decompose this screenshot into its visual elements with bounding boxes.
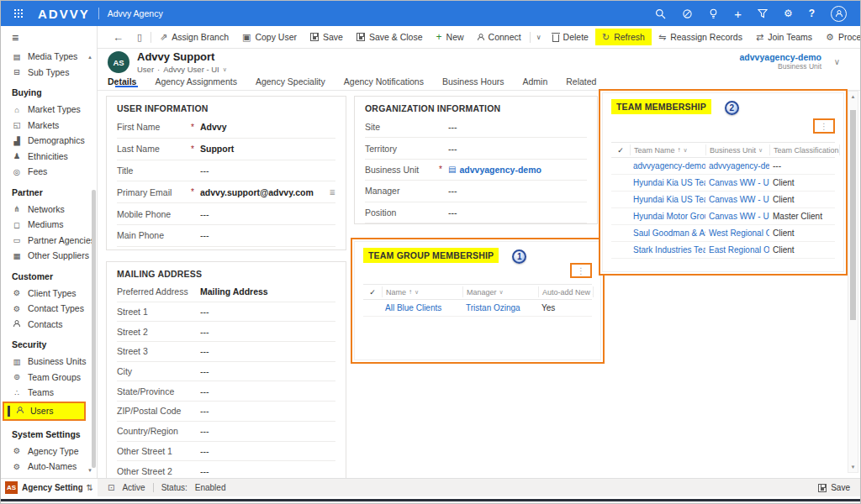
business-unit-link[interactable]: West Regional Office [705,228,769,238]
new-button[interactable]: +New [430,29,471,45]
column-header-team-classification[interactable]: Team Classification∨ [769,144,840,155]
team-link[interactable]: Stark Industries Team [630,245,705,255]
sidebar-item-agency-type[interactable]: ⚙Agency Type [1,444,97,459]
header-collapse-chevron-icon[interactable]: ∨ [834,57,840,66]
join-teams-button[interactable]: ⇄Join Teams [749,29,819,45]
form-selector[interactable]: Advvy User - UI [163,65,219,74]
content-scrollbar[interactable]: ▲ ▼ [848,91,858,473]
sidebar-item-client-types[interactable]: ⚙Client Types [1,286,97,302]
networks-icon: ⋔ [12,205,22,213]
tab-agency-assignments[interactable]: Agency Assignments [145,76,246,87]
sidebar-item-media-types[interactable]: ▤Media Types [1,49,97,65]
field-manager: Manager--- [365,181,587,202]
sidebar-item-mediums[interactable]: ◻Mediums [1,217,97,233]
select-all-check-icon[interactable]: ✓ [363,288,382,297]
app-launcher-waffle-icon[interactable] [14,9,23,18]
column-header-team-name[interactable]: Team Name↑∨ [630,144,705,155]
tab-details[interactable]: Details [108,76,145,87]
sidebar-item-demographics[interactable]: ▟Demographics [1,133,97,149]
copy-user-button[interactable]: ▣Copy User [235,29,304,45]
connect-button[interactable]: Connect [471,29,528,45]
team-link[interactable]: Hyundai Kia US Team - W [630,195,705,204]
form-selector-button[interactable]: ▯ [130,29,149,45]
quick-create-plus-icon[interactable]: + [734,8,742,20]
team-link[interactable]: Hyundai Kia US Team - E [630,178,705,187]
settings-gear-icon[interactable]: ⚙ [784,8,793,18]
sidebar-item-networks[interactable]: ⋔Networks [1,202,97,218]
sidebar-scroll-up-icon[interactable]: ▲ [87,55,92,60]
team-link[interactable]: Saul Goodman & Associa [630,228,705,238]
connect-dropdown-chevron-icon[interactable]: ∨ [532,34,546,41]
tab-admin[interactable]: Admin [513,76,557,87]
tab-agency-notifications[interactable]: Agency Notifications [335,76,433,87]
scrollbar-down-icon[interactable]: ▼ [848,465,858,470]
sidebar-item-users-selected[interactable]: Users [3,402,86,421]
manager-link[interactable]: Tristan Ozinga [462,303,538,312]
business-unit-record-link[interactable]: advvyagency-demo [459,165,541,175]
grid-overflow-icon[interactable]: ⋮ [577,266,585,276]
select-all-check-icon[interactable]: ✓ [611,146,630,155]
business-unit-link[interactable]: advvyagency-demo [740,52,821,62]
scrollbar-up-icon[interactable]: ▲ [848,94,858,99]
expand-icon[interactable]: ⊡ [108,483,114,492]
brand-logo[interactable]: ADVVY [38,7,90,21]
sidebar-item-team-groups[interactable]: ⊚Team Groups [1,370,97,386]
area-switcher-updown-icon[interactable]: ⇅ [87,483,93,492]
business-unit-link[interactable]: advvyagency-demo... [705,161,769,171]
sidebar-item-sub-types[interactable]: ⊟Sub Types [1,65,97,81]
sidebar-item-business-units[interactable]: ▥Business Units [1,354,97,370]
reassign-records-button[interactable]: ⇋Reassign Records [652,29,749,45]
ethnicities-icon: ♟ [12,152,22,160]
sidebar-item-ethnicities[interactable]: ♟Ethnicities [1,149,97,165]
statusbar-divider [153,483,154,492]
sidebar-item-fees[interactable]: ◎Fees [1,164,97,180]
entity-type: User [137,65,154,74]
column-header-name[interactable]: Name↑∨ [382,286,462,297]
help-icon[interactable]: ? [809,8,815,18]
team-link[interactable]: Hyundai Motor Group Te [630,212,705,221]
slashed-circle-icon[interactable] [682,8,693,19]
grid-overflow-icon[interactable]: ⋮ [820,122,828,131]
form-selector-chevron-icon[interactable]: ∨ [223,66,227,73]
business-unit-link[interactable]: East Regional Office. [705,245,769,255]
statusbar-save-button[interactable]: Save [818,483,850,492]
search-icon[interactable] [655,8,666,19]
sidebar-item-teams[interactable]: ∴Teams [1,385,97,401]
save-button[interactable]: Save [304,29,350,45]
back-button[interactable]: ← [106,29,130,46]
tab-business-hours[interactable]: Business Hours [433,76,514,87]
team-group-link[interactable]: All Blue Clients [382,303,462,312]
business-unit-link[interactable]: Canvas WW - US We [705,195,769,204]
tab-related[interactable]: Related [557,76,605,87]
sidebar-item-auto-names[interactable]: ⚙Auto-Names [1,459,97,475]
sidebar-item-partner-agencies[interactable]: ▭Partner Agencies [1,233,97,249]
assign-branch-button[interactable]: ⇗Assign Branch [153,29,235,45]
business-unit-link[interactable]: Canvas WW - US Eas [705,212,769,221]
sitemap-sidebar: ≡ ▤Media Types ⊟Sub Types Buying ⌂Market… [1,26,98,478]
sidebar-item-contacts[interactable]: Contacts [1,317,97,333]
filter-funnel-icon[interactable] [758,8,768,18]
sidebar-scroll-down-icon[interactable]: ▼ [87,468,92,473]
business-unit-link[interactable]: Canvas WW - US Eas [705,178,769,187]
lightbulb-icon[interactable] [709,8,718,19]
sidebar-item-contact-types[interactable]: ⚙Contact Types [1,301,97,317]
refresh-button[interactable]: ↻Refresh [595,29,652,45]
column-header-auto-add[interactable]: Auto-add New ...∨ [538,286,594,297]
sidebar-scrollbar[interactable] [92,190,96,468]
scrollbar-thumb[interactable] [850,110,856,320]
sidebar-item-markets[interactable]: ◱Markets [1,118,97,134]
column-header-manager[interactable]: Manager∨ [462,286,538,297]
sidebar-item-market-types[interactable]: ⌂Market Types [1,102,97,118]
user-avatar[interactable] [831,6,847,22]
refresh-icon: ↻ [602,33,610,42]
delete-button[interactable]: Delete [546,29,595,45]
save-and-close-button[interactable]: Save & Close [350,29,430,45]
team-link[interactable]: advvyagency-demo [630,161,705,171]
mediums-icon: ◻ [12,221,22,229]
sidebar-item-other-suppliers[interactable]: ▦Other Suppliers [1,248,97,264]
area-switcher[interactable]: AS Agency Settings ⇅ [1,478,98,496]
hamburger-menu-icon[interactable]: ≡ [1,26,97,49]
tab-agency-speciality[interactable]: Agency Speciality [246,76,335,87]
process-button[interactable]: ⚙Process∨ [819,29,861,45]
column-header-business-unit[interactable]: Business Unit∨ [705,144,769,155]
